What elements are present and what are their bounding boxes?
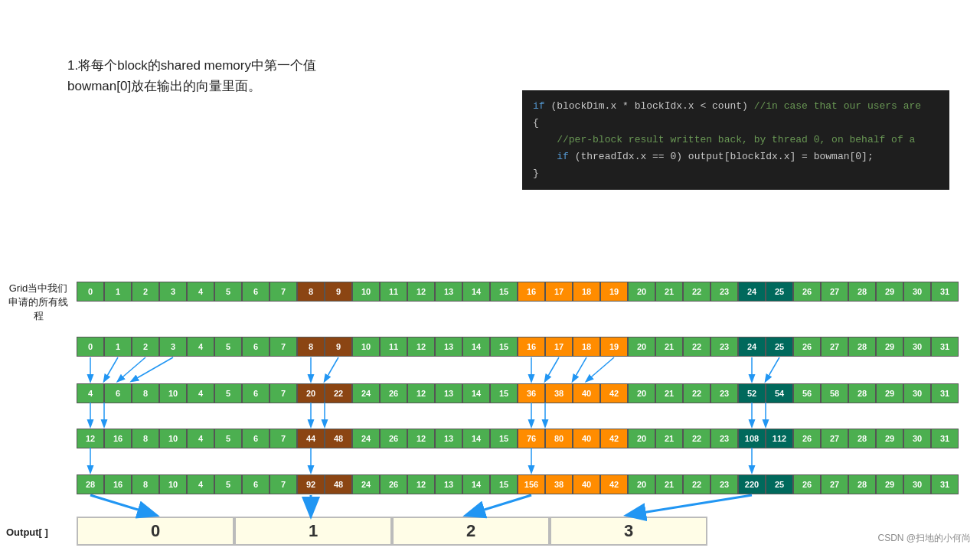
cell-g3-25: 25 (766, 282, 793, 302)
cell-g2-23: 23 (710, 282, 738, 302)
cell-g2-19: 19 (600, 282, 628, 302)
cell-g3-30: 30 (903, 282, 931, 302)
cell-g3-31: 31 (931, 282, 959, 302)
grid-label: Grid当中我们申请的所有线程 (0, 282, 77, 324)
cell-g1-15: 15 (490, 282, 518, 302)
svg-line-11 (766, 357, 779, 381)
cell-g3-24: 24 (738, 282, 766, 302)
output-cell-1: 1 (234, 517, 392, 546)
watermark: CSDN @扫地的小何尚 (877, 532, 971, 545)
cell-g1-14: 14 (462, 282, 490, 302)
cell-g0-6: 6 (242, 282, 270, 302)
cell-g0-0: 0 (77, 282, 104, 302)
output-cell-2: 2 (392, 517, 550, 546)
cell-g1-8: 8 (297, 282, 325, 302)
data-row-4: 28 16 8 10 4 5 6 7 92 48 24 26 12 13 14 … (77, 474, 959, 494)
svg-line-1 (104, 357, 118, 381)
cell-g3-27: 27 (821, 282, 848, 302)
svg-line-9 (586, 357, 614, 381)
cell-g1-10: 10 (352, 282, 380, 302)
cell-g2-16: 16 (518, 282, 545, 302)
cell-g2-18: 18 (573, 282, 600, 302)
cell-g0-7: 7 (270, 282, 297, 302)
svg-line-24 (90, 495, 155, 515)
svg-line-8 (573, 357, 586, 381)
cell-g1-11: 11 (380, 282, 407, 302)
svg-line-5 (325, 357, 338, 381)
code-block: if (blockDim.x * blockIdx.x < count) //i… (522, 90, 949, 190)
grid-row: 0 1 2 3 4 5 6 7 8 9 10 11 12 13 14 15 16… (77, 282, 959, 302)
output-row: 0 1 2 3 (77, 517, 707, 546)
cell-g0-5: 5 (214, 282, 242, 302)
cell-g2-21: 21 (655, 282, 683, 302)
data-row-2: 4 6 8 10 4 5 6 7 20 22 24 26 12 13 14 15… (77, 383, 959, 403)
data-row-1: 0 1 2 3 4 5 6 7 8 9 10 11 12 13 14 15 16… (77, 337, 959, 357)
cell-g2-20: 20 (628, 282, 655, 302)
svg-line-3 (132, 357, 173, 381)
output-cell-3: 3 (550, 517, 707, 546)
cell-g3-28: 28 (848, 282, 876, 302)
svg-line-2 (118, 357, 145, 381)
cell-g0-3: 3 (159, 282, 187, 302)
description-text: 1.将每个block的shared memory中第一个值 bowman[0]放… (67, 55, 316, 96)
svg-line-26 (467, 495, 531, 515)
svg-line-27 (628, 495, 752, 515)
cell-g0-1: 1 (104, 282, 132, 302)
cell-g3-29: 29 (876, 282, 903, 302)
cell-g1-13: 13 (435, 282, 462, 302)
cell-g2-22: 22 (683, 282, 710, 302)
cell-g3-26: 26 (793, 282, 821, 302)
output-cell-0: 0 (77, 517, 234, 546)
cell-g1-12: 12 (407, 282, 435, 302)
cell-g0-4: 4 (187, 282, 214, 302)
output-label: Output[ ] (6, 527, 48, 538)
cell-g1-9: 9 (325, 282, 352, 302)
cell-g2-17: 17 (545, 282, 573, 302)
data-row-3: 12 16 8 10 4 5 6 7 44 48 24 26 12 13 14 … (77, 429, 959, 448)
svg-line-7 (545, 357, 559, 381)
cell-g0-2: 2 (132, 282, 159, 302)
